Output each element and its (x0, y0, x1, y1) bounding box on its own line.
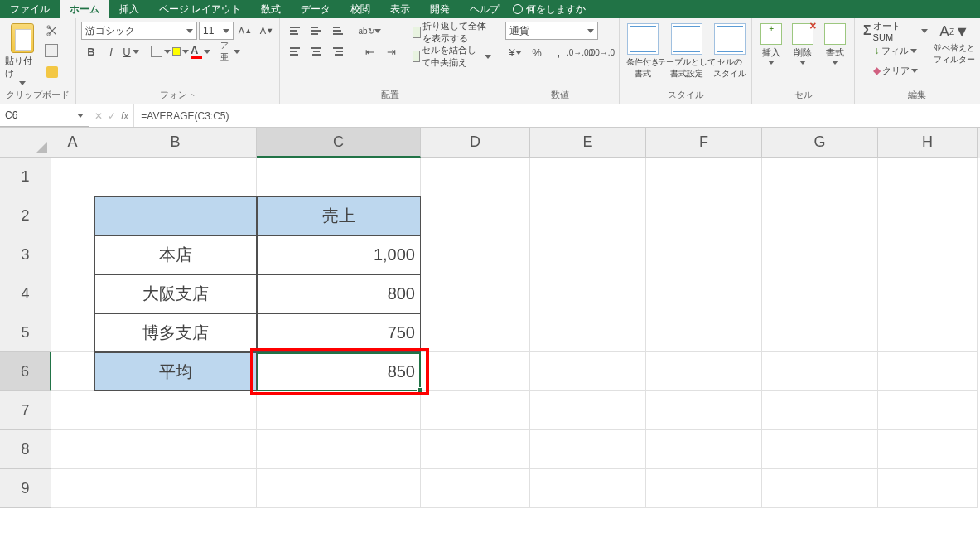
select-all-button[interactable] (0, 128, 51, 158)
cell-F2[interactable] (646, 196, 762, 235)
orientation-button[interactable]: ab↻ (360, 22, 379, 40)
align-left-button[interactable] (285, 42, 305, 61)
increase-indent-button[interactable]: ⇥ (381, 42, 401, 61)
col-header-E[interactable]: E (530, 128, 646, 158)
conditional-format-button[interactable]: 条件付き 書式 (625, 22, 660, 80)
spreadsheet-grid[interactable]: A B C D E F G H 1 2売上 3本店1,000 4大阪支店800 … (0, 128, 980, 538)
cell-C5[interactable]: 750 (257, 313, 421, 352)
row-header-4[interactable]: 4 (0, 274, 51, 313)
tab-insert[interactable]: 挿入 (109, 0, 149, 18)
cell-C2[interactable]: 売上 (257, 196, 421, 235)
align-right-button[interactable] (328, 42, 348, 61)
tab-help[interactable]: ヘルプ (460, 0, 509, 18)
cell-E9[interactable] (530, 469, 646, 508)
underline-button[interactable]: U (121, 42, 141, 61)
tab-data[interactable]: データ (291, 0, 340, 18)
cell-A6[interactable] (51, 352, 94, 391)
cell-D4[interactable] (421, 274, 530, 313)
cell-B8[interactable] (94, 430, 257, 469)
col-header-B[interactable]: B (94, 128, 257, 158)
align-bottom-button[interactable] (328, 22, 348, 40)
align-center-button[interactable] (307, 42, 326, 61)
row-header-9[interactable]: 9 (0, 469, 51, 508)
tab-formulas[interactable]: 数式 (251, 0, 291, 18)
insert-cells-button[interactable]: 挿入 (757, 22, 785, 65)
cell-H8[interactable] (878, 430, 978, 469)
cell-F6[interactable] (646, 352, 762, 391)
cell-D6[interactable] (421, 352, 530, 391)
cell-B7[interactable] (94, 391, 257, 430)
comma-format-button[interactable]: , (548, 43, 568, 61)
cell-H4[interactable] (878, 274, 978, 313)
cell-styles-button[interactable]: セルの スタイル (713, 22, 746, 80)
row-header-6[interactable]: 6 (0, 352, 51, 391)
cell-B3[interactable]: 本店 (94, 235, 257, 274)
col-header-H[interactable]: H (878, 128, 978, 158)
cell-G2[interactable] (762, 196, 878, 235)
cell-E2[interactable] (530, 196, 646, 235)
cell-F1[interactable] (646, 158, 762, 196)
cell-G8[interactable] (762, 430, 878, 469)
increase-font-button[interactable]: A▲ (235, 22, 255, 40)
name-box[interactable]: C6 (0, 104, 89, 127)
cell-G1[interactable] (762, 158, 878, 196)
cell-H7[interactable] (878, 391, 978, 430)
format-painter-button[interactable] (43, 63, 61, 81)
tell-me-search[interactable]: 何をしますか (513, 0, 586, 18)
tab-home[interactable]: ホーム (60, 0, 109, 18)
fx-icon[interactable]: fx (121, 110, 128, 122)
autosum-button[interactable]: Σオート SUM (860, 22, 931, 40)
cell-E3[interactable] (530, 235, 646, 274)
align-top-button[interactable] (285, 22, 305, 40)
phonetic-button[interactable]: ア亜 (220, 42, 240, 61)
cell-A2[interactable] (51, 196, 94, 235)
cell-E1[interactable] (530, 158, 646, 196)
increase-decimal-button[interactable]: .0→.00 (570, 43, 590, 61)
col-header-G[interactable]: G (762, 128, 878, 158)
enter-formula-button[interactable]: ✓ (108, 110, 116, 122)
cell-B1[interactable] (94, 158, 257, 196)
cell-G4[interactable] (762, 274, 878, 313)
cell-F3[interactable] (646, 235, 762, 274)
cell-H3[interactable] (878, 235, 978, 274)
cut-button[interactable] (43, 22, 61, 40)
cell-C6[interactable]: 850 (257, 352, 421, 391)
percent-format-button[interactable]: % (527, 43, 547, 61)
tab-view[interactable]: 表示 (380, 0, 420, 18)
cell-F4[interactable] (646, 274, 762, 313)
font-size-select[interactable]: 11 (199, 22, 234, 40)
cell-B2[interactable] (94, 196, 257, 235)
sort-filter-button[interactable]: AZ▼ 並べ替えと フィルター (934, 22, 974, 65)
cell-B6[interactable]: 平均 (94, 352, 257, 391)
decrease-indent-button[interactable]: ⇤ (360, 42, 379, 61)
cell-A7[interactable] (51, 391, 94, 430)
cell-D1[interactable] (421, 158, 530, 196)
cell-F8[interactable] (646, 430, 762, 469)
col-header-A[interactable]: A (51, 128, 94, 158)
fill-button[interactable]: ↓フィル (860, 41, 931, 60)
cell-H2[interactable] (878, 196, 978, 235)
cell-G5[interactable] (762, 313, 878, 352)
cell-D3[interactable] (421, 235, 530, 274)
cell-B9[interactable] (94, 469, 257, 508)
format-as-table-button[interactable]: テーブルとして 書式設定 (664, 22, 710, 80)
cell-H5[interactable] (878, 313, 978, 352)
cell-F9[interactable] (646, 469, 762, 508)
cell-E4[interactable] (530, 274, 646, 313)
cell-C1[interactable] (257, 158, 421, 196)
row-header-3[interactable]: 3 (0, 235, 51, 274)
cell-G9[interactable] (762, 469, 878, 508)
cell-C7[interactable] (257, 391, 421, 430)
cell-H1[interactable] (878, 158, 978, 196)
col-header-D[interactable]: D (421, 128, 530, 158)
cell-C8[interactable] (257, 430, 421, 469)
cell-A9[interactable] (51, 469, 94, 508)
cell-A8[interactable] (51, 430, 94, 469)
align-middle-button[interactable] (307, 22, 326, 40)
tab-developer[interactable]: 開発 (420, 0, 460, 18)
cell-C9[interactable] (257, 469, 421, 508)
format-cells-button[interactable]: 書式 (821, 22, 849, 65)
delete-cells-button[interactable]: 削除 (789, 22, 817, 65)
border-button[interactable] (151, 42, 171, 61)
cell-G6[interactable] (762, 352, 878, 391)
